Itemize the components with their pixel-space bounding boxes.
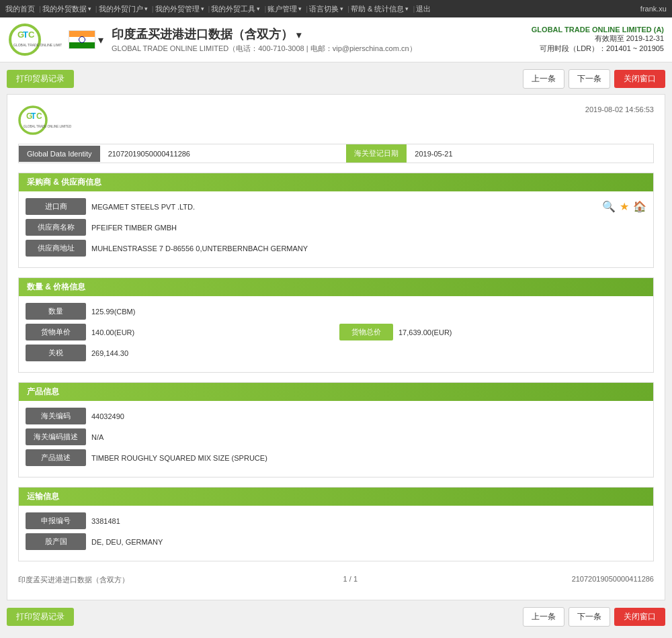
quantity-value: 125.99(CBM) xyxy=(91,308,646,316)
bottom-title: 印度孟买进港进口数据（含双方） xyxy=(18,575,129,585)
nav-tools[interactable]: 我的外贸工具 ▾ xyxy=(211,4,260,14)
unit-price-value: 140.00(EUR) xyxy=(91,328,339,336)
card-company-logo: G T C GLOBAL TRADE ONLINE LIMITED xyxy=(18,105,92,136)
buyer-supplier-body: 进口商 MEGAMET STEELS PVT .LTD. 🔍 ★ 🏠 供应商名称… xyxy=(19,191,653,267)
nav-portal[interactable]: 我的外贸门户 ▾ xyxy=(99,4,148,14)
country-of-origin-value: DE, DEU, GERMANY xyxy=(91,538,646,546)
product-desc-value: TIMBER ROUGHLY SQUARED MIX SIZE (SPRUCE) xyxy=(91,454,646,462)
importer-row: 进口商 MEGAMET STEELS PVT .LTD. 🔍 ★ 🏠 xyxy=(26,198,646,215)
product-section: 产品信息 海关编码 44032490 海关编码描述 N/A 产品描述 TIMBE… xyxy=(18,382,654,477)
company-logo: G T C GLOBAL TRADE ONLINE LIMITED xyxy=(8,23,62,56)
declaration-no-label: 申报编号 xyxy=(26,512,86,529)
home-icon[interactable]: 🏠 xyxy=(633,200,646,213)
page-header: G T C GLOBAL TRADE ONLINE LIMITED ▾ 印度孟买… xyxy=(0,17,672,62)
country-of-origin-row: 股产国 DE, DEU, GERMANY xyxy=(26,533,646,550)
svg-text:T: T xyxy=(23,30,28,40)
customs-date-value: 2019-05-21 xyxy=(407,146,653,162)
bottom-page: 1 / 1 xyxy=(343,575,358,585)
buyer-supplier-header: 采购商 & 供应商信息 xyxy=(19,173,653,191)
quantity-price-header: 数量 & 价格信息 xyxy=(19,278,653,296)
product-desc-row: 产品描述 TIMBER ROUGHLY SQUARED MIX SIZE (SP… xyxy=(26,449,646,466)
hs-code-desc-value: N/A xyxy=(91,433,646,441)
quantity-row: 数量 125.99(CBM) xyxy=(26,303,646,320)
nav-language[interactable]: 语言切换 ▾ xyxy=(309,4,343,14)
unit-price-label: 货物单价 xyxy=(26,324,86,340)
ldr-range: 可用时段（LDR）：201401 ~ 201905 xyxy=(532,44,664,54)
svg-text:C: C xyxy=(28,30,35,40)
declaration-no-value: 3381481 xyxy=(91,517,646,525)
close-button[interactable]: 关闭窗口 xyxy=(614,70,665,88)
global-data-identity-label: Global Data Identity xyxy=(19,146,100,162)
valid-until: 有效期至 2019-12-31 xyxy=(532,34,664,44)
next-button[interactable]: 下一条 xyxy=(569,69,610,89)
transport-body: 申报编号 3381481 股产国 DE, DEU, GERMANY xyxy=(19,506,653,561)
importer-label: 进口商 xyxy=(26,198,86,215)
quantity-price-body: 数量 125.99(CBM) 货物单价 140.00(EUR) 货物总价 17,… xyxy=(19,296,653,372)
total-price-label: 货物总价 xyxy=(339,324,393,340)
supplier-address-label: 供应商地址 xyxy=(26,240,86,257)
bottom-id: 21072019050000411286 xyxy=(572,575,654,585)
global-data-identity-value: 21072019050000411286 xyxy=(100,146,347,162)
tariff-value: 269,144.30 xyxy=(91,349,646,357)
transport-header: 运输信息 xyxy=(19,488,653,506)
right-company: GLOBAL TRADE ONLINE LIMITED (A) xyxy=(532,26,664,34)
chevron-down-icon: ▾ xyxy=(298,5,302,12)
supplier-address-row: 供应商地址 MUHLENSTRASSE 7 D-86556 0,UNTERBER… xyxy=(26,240,646,257)
product-body: 海关编码 44032490 海关编码描述 N/A 产品描述 TIMBER ROU… xyxy=(19,401,653,477)
quantity-label: 数量 xyxy=(26,303,86,320)
chevron-down-icon: ▾ xyxy=(257,5,260,12)
flag-circle xyxy=(79,36,85,43)
page-bottom-info: 印度孟买进港进口数据（含双方） 1 / 1 210720190500004112… xyxy=(18,571,654,589)
nav-help[interactable]: 帮助 & 统计信息 ▾ xyxy=(351,4,409,14)
prev-button[interactable]: 上一条 xyxy=(523,69,564,89)
nav-manage[interactable]: 我的外贸管理 ▾ xyxy=(155,4,204,14)
star-icon[interactable]: ★ xyxy=(620,200,629,213)
customs-date-label: 海关登记日期 xyxy=(346,144,407,163)
hs-code-label: 海关编码 xyxy=(26,408,86,424)
chevron-down-icon: ▾ xyxy=(144,5,148,12)
supplier-name-value: PFEIFER TIMBER GMBH xyxy=(91,224,646,232)
bottom-toolbar: 打印贸易记录 上一条 下一条 关闭窗口 xyxy=(7,607,665,627)
card-header: G T C GLOBAL TRADE ONLINE LIMITED 2019-0… xyxy=(18,105,654,136)
page-title: 印度孟买进港进口数据（含双方） ▾ xyxy=(112,26,417,42)
search-icon[interactable]: 🔍 xyxy=(602,200,616,213)
content-area: 打印贸易记录 上一条 下一条 关闭窗口 G T C GLOBAL TRADE O… xyxy=(0,62,672,638)
india-flag xyxy=(69,30,95,49)
importer-value: MEGAMET STEELS PVT .LTD. xyxy=(91,203,602,211)
buyer-supplier-section: 采购商 & 供应商信息 进口商 MEGAMET STEELS PVT .LTD.… xyxy=(18,173,654,268)
print-button[interactable]: 打印贸易记录 xyxy=(7,70,74,88)
main-content-card: G T C GLOBAL TRADE ONLINE LIMITED 2019-0… xyxy=(7,94,665,600)
svg-text:GLOBAL TRADE ONLINE LIMITED: GLOBAL TRADE ONLINE LIMITED xyxy=(13,43,62,47)
next-button-bottom[interactable]: 下一条 xyxy=(569,607,610,627)
prev-button-bottom[interactable]: 上一条 xyxy=(523,607,564,627)
quantity-price-section: 数量 & 价格信息 数量 125.99(CBM) 货物单价 140.00(EUR… xyxy=(18,277,654,373)
user-display: frank.xu xyxy=(640,5,667,13)
chevron-down-icon: ▾ xyxy=(340,5,343,12)
declaration-no-row: 申报编号 3381481 xyxy=(26,512,646,529)
print-button-bottom[interactable]: 打印贸易记录 xyxy=(7,608,74,626)
svg-text:GLOBAL TRADE ONLINE LIMITED: GLOBAL TRADE ONLINE LIMITED xyxy=(24,125,72,128)
title-area: 印度孟买进港进口数据（含双方） ▾ GLOBAL TRADE ONLINE LI… xyxy=(112,26,417,54)
supplier-address-value: MUHLENSTRASSE 7 D-86556 0,UNTERBERNBACH … xyxy=(91,244,646,253)
close-button-bottom[interactable]: 关闭窗口 xyxy=(614,608,665,626)
card-logo: G T C GLOBAL TRADE ONLINE LIMITED xyxy=(18,105,92,136)
dropdown-arrow-icon[interactable]: ▾ xyxy=(98,34,103,46)
nav-home[interactable]: 我的首页 xyxy=(5,4,35,14)
nav-logout[interactable]: 退出 xyxy=(416,4,431,14)
header-company-info: GLOBAL TRADE ONLINE LIMITED（电话：400-710-3… xyxy=(112,44,417,54)
navigation-buttons: 上一条 下一条 关闭窗口 xyxy=(523,69,665,89)
chevron-down-icon: ▾ xyxy=(88,5,91,12)
top-toolbar: 打印贸易记录 上一条 下一条 关闭窗口 xyxy=(7,69,665,89)
nav-data[interactable]: 我的外贸数据 ▾ xyxy=(42,4,91,14)
top-navigation: 我的首页 | 我的外贸数据 ▾ | 我的外贸门户 ▾ | 我的外贸管理 ▾ | … xyxy=(0,0,672,17)
total-price-value: 17,639.00(EUR) xyxy=(398,328,646,336)
hs-code-desc-row: 海关编码描述 N/A xyxy=(26,428,646,445)
product-header: 产品信息 xyxy=(19,383,653,401)
tariff-row: 关税 269,144.30 xyxy=(26,345,646,361)
nav-account[interactable]: 账户管理 ▾ xyxy=(267,4,302,14)
supplier-name-row: 供应商名称 PFEIFER TIMBER GMBH xyxy=(26,219,646,236)
importer-icons: 🔍 ★ 🏠 xyxy=(602,200,646,213)
hs-code-row: 海关编码 44032490 xyxy=(26,408,646,424)
hs-code-value: 44032490 xyxy=(91,412,646,420)
logo-area: G T C GLOBAL TRADE ONLINE LIMITED xyxy=(8,23,62,56)
